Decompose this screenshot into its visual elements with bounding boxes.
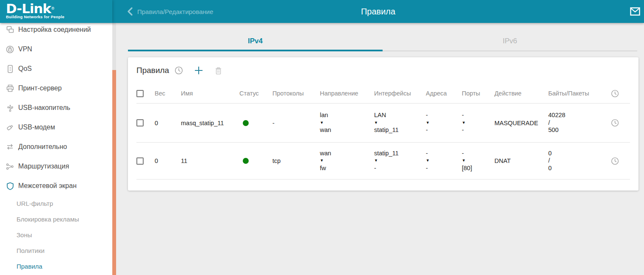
sidebar-item-routing[interactable]: Маршрутизация (0, 157, 112, 176)
sidebar-scrollbar-thumb[interactable] (112, 70, 116, 275)
rule-protocols: - (272, 120, 320, 126)
rule-schedule-clock-icon[interactable] (609, 119, 630, 127)
sidebar-item-vpn[interactable]: VPN (0, 39, 112, 59)
add-rule-icon[interactable] (194, 66, 203, 75)
table-row[interactable]: 0 masq_statip_11 - lan ▼ wan LAN ▼ stati… (136, 104, 630, 143)
rules-table: Вес Имя Статус Протоколы Направление Инт… (136, 84, 630, 180)
tab-ipv4[interactable]: IPv4 (128, 23, 383, 51)
arrow-down-icon: ▼ (374, 119, 426, 127)
sidebar-subitem-label: Блокировка рекламы (17, 216, 79, 223)
sidebar-item-print-server[interactable]: Принт-сервер (0, 79, 112, 98)
schedule-clock-icon[interactable] (175, 66, 183, 75)
qos-icon (6, 65, 14, 73)
arrow-down-icon: ▼ (320, 157, 374, 165)
sidebar-subitem-rules[interactable]: Правила (0, 258, 112, 274)
sidebar-subitem-label: URL-фильтр (17, 200, 53, 207)
col-interfaces: Интерфейсы (374, 90, 426, 97)
arrow-down-icon: ▼ (426, 119, 462, 127)
tab-bar: IPv4 IPv6 (128, 23, 638, 51)
sidebar-item-usb-modem[interactable]: USB-модем (0, 118, 112, 137)
table-header-row: Вес Имя Статус Протоколы Направление Инт… (136, 84, 630, 104)
dlink-logo-text: D-Link® (6, 3, 112, 14)
mail-icon[interactable] (630, 7, 640, 16)
table-row[interactable]: 0 11 tcp wan ▼ fw statip_11 ▼ - - ▼ - (136, 143, 630, 180)
rule-action: DNAT (494, 157, 548, 164)
sidebar-subitem-url-filter[interactable]: URL-фильтр (0, 196, 112, 211)
col-ports: Порты (462, 90, 494, 97)
col-weight: Вес (155, 90, 181, 97)
sidebar-item-label: VPN (18, 45, 32, 53)
dlink-logo: D-Link® Building Networks for People (0, 0, 112, 23)
sidebar-scrollbar-track[interactable] (112, 23, 116, 275)
sidebar-subitem-label: Зоны (17, 231, 32, 239)
sidebar-subitem-policies[interactable]: Политики (0, 243, 112, 258)
app-header: D-Link® Building Networks for People Пра… (0, 0, 644, 23)
rule-addresses: - ▼ - (426, 112, 462, 134)
rule-direction: lan ▼ wan (320, 112, 374, 134)
col-schedule-clock-icon (609, 90, 630, 98)
rule-name: masq_statip_11 (181, 120, 239, 126)
sidebar-item-label: USB-накопитель (18, 104, 70, 112)
arrow-down-icon: ▼ (462, 157, 494, 165)
card-title: Правила (136, 66, 169, 75)
col-action: Действие (494, 90, 548, 97)
sidebar-item-label: Межсетевой экран (18, 182, 77, 190)
arrow-down-icon: ▼ (320, 119, 374, 127)
delete-rule-icon[interactable] (215, 67, 222, 75)
col-status: Статус (239, 90, 272, 97)
vpn-lock-icon (6, 45, 14, 53)
sidebar-subitem-ad-block[interactable]: Блокировка рекламы (0, 211, 112, 227)
arrow-down-icon: ▼ (374, 157, 426, 165)
sidebar-item-label: QoS (18, 65, 32, 73)
sidebar-item-label: Принт-сервер (18, 84, 62, 92)
tab-ipv6-label: IPv6 (502, 37, 517, 45)
arrow-down-icon: ▼ (462, 119, 494, 127)
sidebar-subitem-label: Правила (17, 263, 42, 270)
sidebar-item-usb-storage[interactable]: USB-накопитель (0, 98, 112, 118)
rule-name: 11 (181, 157, 239, 164)
tab-ipv6[interactable]: IPv6 (383, 23, 637, 51)
status-enabled-dot (243, 158, 249, 164)
arrow-down-icon: ▼ (426, 157, 462, 165)
rule-schedule-clock-icon[interactable] (609, 157, 630, 165)
sidebar-item-connections[interactable]: Настройка соединений (0, 23, 112, 39)
rule-action: MASQUERADE (494, 120, 548, 126)
col-name: Имя (181, 90, 239, 97)
printer-icon (6, 84, 14, 93)
rule-ports: - ▼ [80] (462, 150, 494, 172)
row-checkbox[interactable] (136, 119, 144, 126)
breadcrumb-label: Правила/Редактирование (137, 8, 213, 15)
rule-direction: wan ▼ fw (320, 150, 374, 172)
col-direction: Направление (320, 90, 374, 97)
sidebar-subitem-zones[interactable]: Зоны (0, 227, 112, 243)
row-checkbox[interactable] (136, 157, 144, 165)
shield-icon (6, 182, 14, 190)
sidebar-item-label: USB-модем (18, 123, 55, 131)
sidebar-item-advanced[interactable]: Дополнительно (0, 137, 112, 157)
rule-interfaces: statip_11 ▼ - (374, 150, 426, 172)
breadcrumb[interactable]: Правила/Редактирование (127, 0, 213, 23)
sidebar-item-label: Маршрутизация (18, 163, 69, 170)
col-bytes: Байты/Пакеты (548, 90, 609, 97)
sidebar-item-firewall[interactable]: Межсетевой экран (0, 176, 112, 196)
sidebar-item-qos[interactable]: QoS (0, 59, 112, 79)
col-addresses: Адреса (426, 90, 462, 97)
tab-ipv4-label: IPv4 (248, 37, 263, 45)
select-all-checkbox[interactable] (136, 90, 144, 97)
connections-icon (6, 26, 14, 34)
usb-icon (6, 104, 14, 112)
sidebar-item-label: Настройка соединений (18, 26, 91, 34)
routing-icon (6, 163, 14, 171)
rule-bytes-packets: 0 / 0 (548, 150, 609, 172)
rule-protocols: tcp (272, 157, 320, 164)
rule-weight: 0 (155, 120, 181, 126)
registered-mark: ® (51, 6, 54, 11)
sidebar-nav: Настройка соединений VPN QoS Принт-серве… (0, 23, 112, 275)
rules-card: Правила Вес Имя Статус Протоколы Направл… (128, 57, 638, 191)
rule-ports: - ▼ - (462, 112, 494, 134)
rule-interfaces: LAN ▼ statip_11 (374, 112, 426, 134)
sidebar-item-label: Дополнительно (18, 143, 67, 151)
sidebar-subitem-label: Политики (17, 247, 44, 254)
status-enabled-dot (243, 120, 249, 126)
rule-bytes-packets: 40228 / 500 (548, 112, 609, 134)
